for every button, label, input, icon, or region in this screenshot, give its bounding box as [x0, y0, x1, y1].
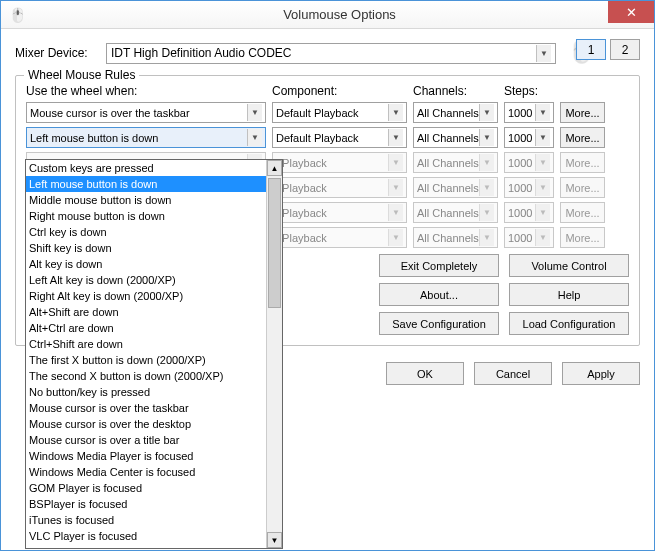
channels-value: All Channels [417, 232, 479, 244]
dropdown-item[interactable]: Middle mouse button is down [26, 192, 282, 208]
channels-value: All Channels [417, 182, 479, 194]
chevron-down-icon: ▼ [535, 154, 550, 171]
mixer-label: Mixer Device: [15, 46, 100, 60]
fieldset-title: Wheel Mouse Rules [24, 68, 139, 82]
steps-value: 1000 [508, 207, 532, 219]
more-button: More... [560, 227, 605, 248]
channels-value: All Channels [417, 132, 479, 144]
dropdown-item[interactable]: Mouse cursor is over the desktop [26, 416, 282, 432]
tab-group: 1 2 [576, 39, 640, 60]
channels-select[interactable]: All Channels▼ [413, 127, 498, 148]
help-button[interactable]: Help [509, 283, 629, 306]
header-wheel: Use the wheel when: [26, 84, 266, 98]
wheel-select[interactable]: Mouse cursor is over the taskbar▼ [26, 102, 266, 123]
steps-select[interactable]: 1000▼ [504, 202, 554, 223]
titlebar: 🖱️ Volumouse Options ✕ [1, 1, 654, 29]
chevron-down-icon: ▼ [479, 129, 494, 146]
chevron-down-icon: ▼ [247, 104, 262, 121]
channels-select[interactable]: All Channels▼ [413, 152, 498, 173]
component-value: t Playback [276, 157, 327, 169]
component-value: t Playback [276, 232, 327, 244]
tab-2[interactable]: 2 [610, 39, 640, 60]
dropdown-item[interactable]: Left Alt key is down (2000/XP) [26, 272, 282, 288]
component-select[interactable]: Default Playback▼ [272, 102, 407, 123]
chevron-down-icon: ▼ [535, 179, 550, 196]
component-select[interactable]: t Playback▼ [272, 227, 407, 248]
dropdown-item[interactable]: Left mouse button is down [26, 176, 282, 192]
dropdown-item[interactable]: Alt+Shift are down [26, 304, 282, 320]
dropdown-item[interactable]: Ctrl key is down [26, 224, 282, 240]
component-select[interactable]: Default Playback▼ [272, 127, 407, 148]
component-value: t Playback [276, 182, 327, 194]
steps-value: 1000 [508, 232, 532, 244]
chevron-down-icon: ▼ [479, 154, 494, 171]
steps-value: 1000 [508, 107, 532, 119]
scroll-thumb[interactable] [268, 178, 281, 308]
channels-select[interactable]: All Channels▼ [413, 227, 498, 248]
column-headers: Use the wheel when: Component: Channels:… [26, 84, 629, 98]
header-component: Component: [272, 84, 407, 98]
more-button[interactable]: More... [560, 102, 605, 123]
steps-select[interactable]: 1000▼ [504, 127, 554, 148]
steps-select[interactable]: 1000▼ [504, 227, 554, 248]
chevron-down-icon: ▼ [535, 104, 550, 121]
chevron-down-icon: ▼ [535, 204, 550, 221]
header-channels: Channels: [413, 84, 498, 98]
load-config-button[interactable]: Load Configuration [509, 312, 629, 335]
dropdown-item[interactable]: Windows Media Player is focused [26, 448, 282, 464]
chevron-down-icon: ▼ [388, 204, 403, 221]
dropdown-item[interactable]: GOM Player is focused [26, 480, 282, 496]
cancel-button[interactable]: Cancel [474, 362, 552, 385]
dropdown-item[interactable]: Right Alt key is down (2000/XP) [26, 288, 282, 304]
wheel-select[interactable]: Left mouse button is down▼ [26, 127, 266, 148]
dropdown-item[interactable]: Alt key is down [26, 256, 282, 272]
exit-button[interactable]: Exit Completely [379, 254, 499, 277]
more-button: More... [560, 152, 605, 173]
scrollbar[interactable]: ▲ ▼ [266, 160, 282, 548]
channels-select[interactable]: All Channels▼ [413, 177, 498, 198]
volume-control-button[interactable]: Volume Control [509, 254, 629, 277]
scroll-down-icon[interactable]: ▼ [267, 532, 282, 548]
more-button[interactable]: More... [560, 127, 605, 148]
steps-select[interactable]: 1000▼ [504, 102, 554, 123]
steps-value: 1000 [508, 157, 532, 169]
close-button[interactable]: ✕ [608, 1, 654, 23]
channels-select[interactable]: All Channels▼ [413, 102, 498, 123]
dropdown-item[interactable]: No button/key is pressed [26, 384, 282, 400]
dropdown-item[interactable]: Custom keys are pressed [26, 160, 282, 176]
dropdown-item[interactable]: Mouse cursor is over the taskbar [26, 400, 282, 416]
wheel-value: Left mouse button is down [30, 132, 158, 144]
wheel-dropdown-list[interactable]: Custom keys are pressedLeft mouse button… [25, 159, 283, 549]
dropdown-item[interactable]: Alt+Ctrl are down [26, 320, 282, 336]
mixer-value: IDT High Definition Audio CODEC [111, 46, 292, 60]
dropdown-item[interactable]: Ctrl+Shift are down [26, 336, 282, 352]
dropdown-item[interactable]: Mouse cursor is over a title bar [26, 432, 282, 448]
mixer-select[interactable]: IDT High Definition Audio CODEC ▼ [106, 43, 556, 64]
wheel-value: Mouse cursor is over the taskbar [30, 107, 190, 119]
chevron-down-icon: ▼ [388, 229, 403, 246]
channels-select[interactable]: All Channels▼ [413, 202, 498, 223]
dropdown-item[interactable]: Shift key is down [26, 240, 282, 256]
steps-select[interactable]: 1000▼ [504, 152, 554, 173]
component-select[interactable]: t Playback▼ [272, 152, 407, 173]
dropdown-item[interactable]: Windows Media Center is focused [26, 464, 282, 480]
component-select[interactable]: t Playback▼ [272, 202, 407, 223]
scroll-up-icon[interactable]: ▲ [267, 160, 282, 176]
chevron-down-icon: ▼ [479, 229, 494, 246]
dropdown-item[interactable]: iTunes is focused [26, 512, 282, 528]
apply-button[interactable]: Apply [562, 362, 640, 385]
dropdown-item[interactable]: Mouse cursor is over the Vista Gadgets [26, 544, 282, 549]
chevron-down-icon: ▼ [388, 179, 403, 196]
tab-1[interactable]: 1 [576, 39, 606, 60]
ok-button[interactable]: OK [386, 362, 464, 385]
component-select[interactable]: t Playback▼ [272, 177, 407, 198]
save-config-button[interactable]: Save Configuration [379, 312, 499, 335]
dropdown-item[interactable]: VLC Player is focused [26, 528, 282, 544]
about-button[interactable]: About... [379, 283, 499, 306]
steps-select[interactable]: 1000▼ [504, 177, 554, 198]
dropdown-item[interactable]: BSPlayer is focused [26, 496, 282, 512]
dropdown-item[interactable]: The first X button is down (2000/XP) [26, 352, 282, 368]
dropdown-item[interactable]: The second X button is down (2000/XP) [26, 368, 282, 384]
channels-value: All Channels [417, 207, 479, 219]
dropdown-item[interactable]: Right mouse button is down [26, 208, 282, 224]
